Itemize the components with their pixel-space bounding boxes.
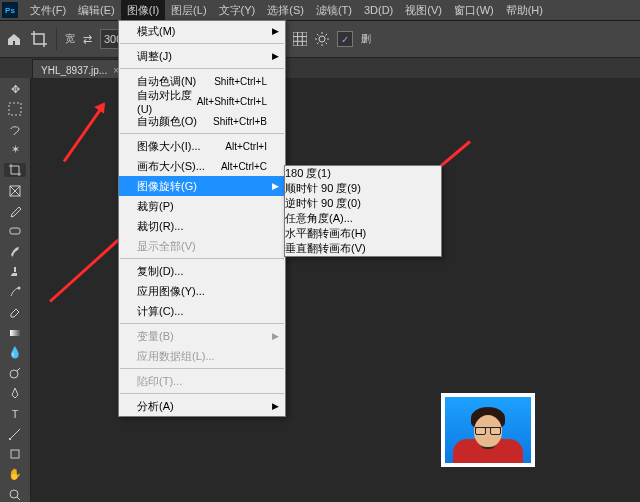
menu-item[interactable]: 图像旋转(G)▶ <box>119 176 285 196</box>
hand-tool[interactable]: ✋ <box>4 467 26 481</box>
menu-item[interactable]: 调整(J)▶ <box>119 46 285 66</box>
width-label: 宽 <box>65 32 75 46</box>
menu-image[interactable]: 图像(I) <box>121 0 165 20</box>
document-image[interactable] <box>441 393 535 467</box>
submenu-item-label: 顺时针 90 度(9) <box>285 182 361 194</box>
menu-item[interactable]: 图像大小(I)...Alt+Ctrl+I <box>119 136 285 156</box>
frame-tool[interactable] <box>4 183 26 197</box>
submenu-item-label: 水平翻转画布(H) <box>285 227 366 239</box>
menu-item[interactable]: 分析(A)▶ <box>119 396 285 416</box>
menu-item-label: 显示全部(V) <box>137 239 196 254</box>
menu-item[interactable]: 自动对比度(U)Alt+Shift+Ctrl+L <box>119 91 285 111</box>
menu-layer[interactable]: 图层(L) <box>165 0 212 20</box>
history-brush-tool[interactable] <box>4 285 26 299</box>
stamp-tool[interactable] <box>4 265 26 279</box>
menu-item[interactable]: 裁切(R)... <box>119 216 285 236</box>
submenu-item[interactable]: 180 度(1) <box>285 166 441 181</box>
submenu-item[interactable]: 任意角度(A)... <box>285 211 441 226</box>
menu-help[interactable]: 帮助(H) <box>500 0 549 20</box>
menu-bar: Ps 文件(F) 编辑(E) 图像(I) 图层(L) 文字(Y) 选择(S) 滤… <box>0 0 640 21</box>
submenu-item-label: 180 度(1) <box>285 167 331 179</box>
menu-type[interactable]: 文字(Y) <box>213 0 262 20</box>
crop-tool-icon[interactable] <box>30 30 48 48</box>
menu-item-label: 画布大小(S)... <box>137 159 205 174</box>
menu-item: 显示全部(V) <box>119 236 285 256</box>
menu-item[interactable]: 复制(D)... <box>119 261 285 281</box>
options-bar: 宽 ⇄ 像素/英寸 ▾ 清除 📐 拉直 ✓ 删 <box>0 21 640 58</box>
submenu-item-label: 逆时针 90 度(0) <box>285 197 361 209</box>
blur-tool[interactable]: 💧 <box>4 346 26 360</box>
svg-point-6 <box>10 370 18 378</box>
svg-point-9 <box>10 490 18 498</box>
tab-label: YHL_8937.jp... <box>41 65 107 76</box>
menu-select[interactable]: 选择(S) <box>261 0 310 20</box>
eyedropper-tool[interactable] <box>4 204 26 218</box>
svg-rect-8 <box>11 450 19 458</box>
menu-filter[interactable]: 滤镜(T) <box>310 0 358 20</box>
menu-separator <box>120 393 284 394</box>
menu-edit[interactable]: 编辑(E) <box>72 0 121 20</box>
grid-icon[interactable] <box>293 32 307 46</box>
submenu-item-label: 垂直翻转画布(V) <box>285 242 366 254</box>
zoom-tool[interactable] <box>4 488 26 502</box>
submenu-item[interactable]: 顺时针 90 度(9) <box>285 181 441 196</box>
move-tool[interactable]: ✥ <box>4 82 26 96</box>
menu-file[interactable]: 文件(F) <box>24 0 72 20</box>
delete-check[interactable]: ✓ <box>337 31 353 47</box>
type-tool[interactable]: T <box>4 407 26 421</box>
svg-rect-3 <box>10 228 20 234</box>
menu-item[interactable]: 裁剪(P) <box>119 196 285 216</box>
menu-item: 应用数据组(L)... <box>119 346 285 366</box>
menu-item: 陷印(T)... <box>119 371 285 391</box>
menu-item-label: 复制(D)... <box>137 264 183 279</box>
menu-separator <box>120 43 284 44</box>
submenu-item[interactable]: 水平翻转画布(H) <box>285 226 441 241</box>
rotate-submenu: 180 度(1)顺时针 90 度(9)逆时针 90 度(0)任意角度(A)...… <box>284 165 442 257</box>
svg-rect-7 <box>9 438 11 440</box>
swap-icon[interactable]: ⇄ <box>83 33 92 46</box>
wand-tool[interactable]: ✶ <box>4 143 26 157</box>
submenu-arrow-icon: ▶ <box>272 181 279 191</box>
pen-tool[interactable] <box>4 386 26 400</box>
menu-view[interactable]: 视图(V) <box>399 0 448 20</box>
menu-shortcut: Alt+Ctrl+I <box>225 141 267 152</box>
menu-item-label: 图像旋转(G) <box>137 179 197 194</box>
submenu-item[interactable]: 垂直翻转画布(V) <box>285 241 441 256</box>
menu-separator <box>120 368 284 369</box>
marquee-tool[interactable] <box>4 102 26 116</box>
menu-window[interactable]: 窗口(W) <box>448 0 500 20</box>
gradient-tool[interactable] <box>4 325 26 339</box>
menu-item[interactable]: 应用图像(Y)... <box>119 281 285 301</box>
menu-item-label: 应用图像(Y)... <box>137 284 205 299</box>
heal-tool[interactable] <box>4 224 26 238</box>
svg-rect-1 <box>9 103 21 115</box>
menu-item[interactable]: 模式(M)▶ <box>119 21 285 41</box>
menu-item-label: 计算(C)... <box>137 304 183 319</box>
person-glasses <box>475 427 501 434</box>
eraser-tool[interactable] <box>4 305 26 319</box>
shape-tool[interactable] <box>4 447 26 461</box>
menu-item-label: 模式(M) <box>137 24 176 39</box>
dodge-tool[interactable] <box>4 366 26 380</box>
lasso-tool[interactable] <box>4 123 26 137</box>
submenu-item[interactable]: 逆时针 90 度(0) <box>285 196 441 211</box>
menu-item[interactable]: 自动颜色(O)Shift+Ctrl+B <box>119 111 285 131</box>
path-tool[interactable] <box>4 427 26 441</box>
menu-item-label: 裁切(R)... <box>137 219 183 234</box>
menu-item[interactable]: 计算(C)... <box>119 301 285 321</box>
submenu-arrow-icon: ▶ <box>272 331 279 341</box>
divider <box>56 28 57 50</box>
menu-3d[interactable]: 3D(D) <box>358 0 399 20</box>
crop-tool[interactable] <box>4 163 26 177</box>
svg-rect-5 <box>10 330 20 336</box>
menu-item-label: 变量(B) <box>137 329 174 344</box>
home-icon[interactable] <box>6 31 22 47</box>
brush-tool[interactable] <box>4 244 26 258</box>
menu-item[interactable]: 画布大小(S)...Alt+Ctrl+C <box>119 156 285 176</box>
image-menu-dropdown: 模式(M)▶调整(J)▶自动色调(N)Shift+Ctrl+L自动对比度(U)A… <box>118 20 286 417</box>
app-logo: Ps <box>2 2 18 18</box>
menu-separator <box>120 323 284 324</box>
document-tab[interactable]: YHL_8937.jp... × <box>32 59 128 80</box>
menu-item-label: 自动颜色(O) <box>137 114 197 129</box>
gear-icon[interactable] <box>315 32 329 46</box>
